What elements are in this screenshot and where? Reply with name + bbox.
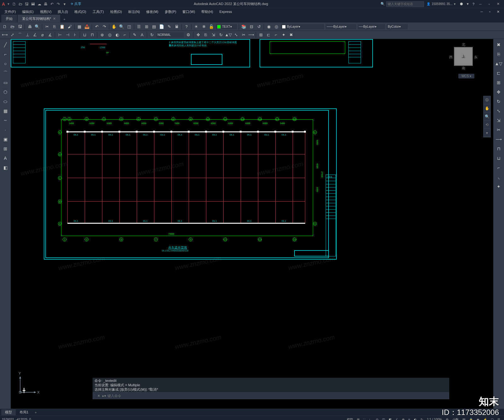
menu-help[interactable]: 帮助(H) bbox=[198, 9, 216, 15]
explode-icon[interactable]: ✦ bbox=[280, 32, 287, 38]
sheetset-icon[interactable]: 📄 bbox=[158, 23, 165, 30]
menu-file[interactable]: 文件(F) bbox=[1, 9, 19, 15]
tab-new-button[interactable]: + bbox=[61, 16, 68, 22]
layout-tab-layout1[interactable]: 布局1 bbox=[16, 409, 32, 415]
wcs-dropdown[interactable]: WCS ▾ bbox=[458, 74, 474, 78]
join-icon[interactable]: ⊔ bbox=[494, 154, 503, 163]
plotstyle-dropdown[interactable]: ByColor ▾ bbox=[386, 24, 408, 30]
mirror-icon[interactable]: ▲▽ bbox=[225, 32, 232, 38]
freeze-icon[interactable]: ❄ bbox=[200, 23, 207, 30]
layprop-icon[interactable]: 📚 bbox=[240, 23, 247, 30]
scale2-icon[interactable]: ⤡ bbox=[494, 106, 503, 115]
command-line[interactable]: ⋮ ✕ ▸▾ bbox=[93, 392, 449, 399]
nav-wheel-icon[interactable]: ⦿ bbox=[484, 96, 490, 104]
center-icon[interactable]: ◎ bbox=[106, 32, 113, 38]
rotate-icon[interactable]: ↻ bbox=[217, 32, 224, 38]
pline-tool-icon[interactable]: ⌐ bbox=[1, 50, 10, 59]
linetype-dropdown[interactable]: ── ByLayer ▾ bbox=[357, 24, 386, 30]
cut-icon[interactable]: ✂ bbox=[43, 23, 50, 30]
layon-icon[interactable]: ◎ bbox=[273, 23, 280, 30]
plot2-icon[interactable]: 🖶 bbox=[26, 23, 33, 30]
minimize-button[interactable]: ─ bbox=[476, 1, 484, 7]
menu-modify[interactable]: 修改(M) bbox=[143, 9, 162, 15]
copy-icon[interactable]: ⎘ bbox=[51, 23, 58, 30]
layer-dropdown[interactable]: ByLayer ▾ bbox=[280, 24, 324, 30]
trim-icon[interactable]: ✂ bbox=[240, 32, 247, 38]
dim-quick-icon[interactable]: ⊢ bbox=[56, 32, 63, 38]
properties-icon[interactable]: ☰ bbox=[135, 23, 142, 30]
undo2-icon[interactable]: ↶ bbox=[93, 23, 100, 30]
trim2-icon[interactable]: ✂ bbox=[494, 125, 503, 134]
table-tool-icon[interactable]: ⊞ bbox=[1, 144, 10, 153]
new-icon[interactable]: 🗋 bbox=[11, 1, 17, 7]
menu-draw[interactable]: 绘图(D) bbox=[107, 9, 125, 15]
nav-orbit-icon[interactable]: ⟲ bbox=[484, 121, 490, 129]
menu-window[interactable]: 窗口(W) bbox=[179, 9, 198, 15]
dim-break-icon[interactable]: ⊓ bbox=[89, 32, 96, 38]
help-icon[interactable]: ? bbox=[471, 2, 476, 6]
app-menu-arrow-icon[interactable]: ▾ bbox=[8, 2, 9, 6]
arc-tool-icon[interactable]: ⌒ bbox=[1, 69, 10, 78]
block-tool-icon[interactable]: ▣ bbox=[1, 135, 10, 144]
fillet2-icon[interactable]: ◟ bbox=[494, 173, 503, 181]
doc-close-button[interactable]: ✕ bbox=[494, 9, 503, 14]
pan-icon[interactable]: ✋ bbox=[111, 23, 117, 30]
share-button[interactable]: ✈ 共享 bbox=[71, 2, 81, 6]
status-otrack-icon[interactable]: ∠ bbox=[393, 417, 400, 420]
mirror2-icon[interactable]: ▲▽ bbox=[494, 59, 503, 68]
autodesk-app-icon[interactable]: ⬣ bbox=[458, 2, 465, 6]
status-osnap-icon[interactable]: ◫ bbox=[380, 417, 387, 420]
search-icon[interactable]: 🔍 bbox=[381, 2, 385, 6]
menu-insert[interactable]: 插入(I) bbox=[54, 9, 71, 15]
menu-format[interactable]: 格式(O) bbox=[71, 9, 89, 15]
layout-tab-add[interactable]: + bbox=[32, 410, 39, 415]
tab-close-icon[interactable]: ✕ bbox=[53, 17, 56, 20]
doc-minimize-button[interactable]: ─ bbox=[477, 9, 486, 14]
chamfer-icon[interactable]: ⌐ bbox=[494, 163, 503, 172]
polygon-tool-icon[interactable]: ⬡ bbox=[1, 88, 10, 96]
dimstyle-icon[interactable]: ⚙ bbox=[185, 32, 192, 38]
dim-ord-icon[interactable]: ⊥ bbox=[24, 32, 31, 38]
layprev-icon[interactable]: ↺ bbox=[255, 23, 262, 30]
nav-show-icon[interactable]: ▾ bbox=[484, 129, 490, 137]
viewcube-south[interactable]: 南 bbox=[462, 66, 465, 71]
viewcube-west[interactable]: 西 bbox=[449, 55, 453, 60]
cmdline-grip-icon[interactable]: ⋮ bbox=[93, 394, 96, 398]
status-3dosnap-icon[interactable]: ◩ bbox=[387, 417, 393, 420]
move2-icon[interactable]: ✥ bbox=[494, 88, 503, 96]
insert-icon[interactable]: 📥 bbox=[83, 23, 90, 30]
viewcube-north[interactable]: 北 bbox=[462, 42, 465, 47]
dim-aligned-icon[interactable]: ⤢ bbox=[9, 32, 16, 38]
redo2-icon[interactable]: ↷ bbox=[101, 23, 108, 30]
rect-tool-icon[interactable]: ▭ bbox=[1, 78, 10, 87]
inspect-icon[interactable]: ◐ bbox=[114, 32, 121, 38]
calc-icon[interactable]: 🖩 bbox=[173, 23, 180, 30]
array-icon[interactable]: ⊞ bbox=[257, 32, 264, 38]
status-transparency-icon[interactable]: ◐ bbox=[412, 417, 419, 420]
block-icon[interactable]: ▦ bbox=[76, 23, 83, 30]
dim-linear-icon[interactable]: ⟷ bbox=[1, 32, 8, 38]
status-lwt-icon[interactable]: ≡ bbox=[406, 417, 412, 420]
nav-pan-icon[interactable]: ✋ bbox=[484, 104, 490, 112]
search-input[interactable] bbox=[386, 1, 424, 7]
dimedit-icon[interactable]: ✎ bbox=[131, 32, 138, 38]
status-dyn-icon[interactable]: ⊕ bbox=[400, 417, 406, 420]
tolerance-icon[interactable]: ⊕ bbox=[99, 32, 106, 38]
viewcube-face[interactable]: 上 bbox=[454, 47, 473, 66]
stretch2-icon[interactable]: ⇲ bbox=[494, 116, 503, 125]
layoff-icon[interactable]: ◉ bbox=[265, 23, 272, 30]
doc-restore-button[interactable]: ▫ bbox=[486, 9, 494, 14]
viewcube-east[interactable]: 东 bbox=[474, 55, 478, 60]
plot-icon[interactable]: 🖶 bbox=[43, 1, 49, 7]
nav-zoom-icon[interactable]: 🔍 bbox=[484, 112, 490, 121]
status-cycling-icon[interactable]: ↻ bbox=[419, 417, 425, 420]
tab-drawing[interactable]: 某公司车间钢结构*✕ bbox=[18, 15, 60, 22]
array2-icon[interactable]: ⊞ bbox=[494, 78, 503, 87]
dim-space-icon[interactable]: ⊔ bbox=[81, 32, 88, 38]
status-model-button[interactable]: 模型 bbox=[345, 417, 355, 420]
stayconnect-icon[interactable]: ▾ bbox=[465, 2, 471, 6]
dim-arc-icon[interactable]: ⌒ bbox=[16, 32, 23, 38]
dim-diameter-icon[interactable]: ⌀ bbox=[39, 32, 46, 38]
menu-tools[interactable]: 工具(T) bbox=[89, 9, 107, 15]
redo-icon[interactable]: ↷ bbox=[55, 1, 61, 7]
